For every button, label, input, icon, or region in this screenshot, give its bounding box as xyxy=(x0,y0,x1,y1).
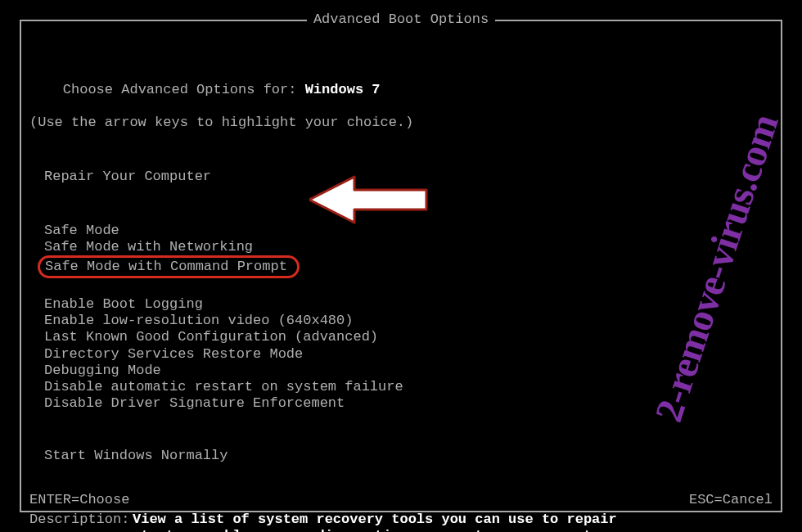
choose-line: Choose Advanced Options for: Windows 7 xyxy=(29,65,773,115)
advanced-options-group: Enable Boot Logging Enable low-resolutio… xyxy=(44,296,773,411)
option-last-known-good[interactable]: Last Known Good Configuration (advanced) xyxy=(44,329,773,345)
option-safe-mode-cmd[interactable]: Safe Mode with Command Prompt xyxy=(38,255,300,278)
footer-bar: ENTER=Choose ESC=Cancel xyxy=(29,492,773,507)
option-safe-mode[interactable]: Safe Mode xyxy=(44,223,773,239)
option-disable-auto-restart[interactable]: Disable automatic restart on system fail… xyxy=(44,379,773,395)
option-ds-restore[interactable]: Directory Services Restore Mode xyxy=(44,346,773,363)
hint-line: (Use the arrow keys to highlight your ch… xyxy=(29,115,773,131)
option-repair-computer[interactable]: Repair Your Computer xyxy=(44,169,773,185)
description-line-1: View a list of system recovery tools you… xyxy=(133,512,617,528)
description-line-2: startup problems, run diagnostics, or re… xyxy=(133,528,617,532)
os-name: Windows 7 xyxy=(305,82,381,97)
description-block: Description: View a list of system recov… xyxy=(29,512,773,532)
option-safe-mode-networking[interactable]: Safe Mode with Networking xyxy=(44,239,773,255)
footer-enter: ENTER=Choose xyxy=(29,492,129,507)
content-area: Choose Advanced Options for: Windows 7 (… xyxy=(29,65,773,532)
title-bar: Advanced Boot Options xyxy=(0,11,802,27)
description-label: Description: xyxy=(29,512,133,532)
description-text: View a list of system recovery tools you… xyxy=(133,512,617,532)
option-low-res-video[interactable]: Enable low-resolution video (640x480) xyxy=(44,313,773,329)
safe-mode-group: Safe Mode Safe Mode with Networking Safe… xyxy=(44,223,773,278)
option-debugging[interactable]: Debugging Mode xyxy=(44,363,773,379)
option-start-windows-normally[interactable]: Start Windows Normally xyxy=(44,448,773,464)
option-boot-logging[interactable]: Enable Boot Logging xyxy=(44,296,773,313)
choose-label: Choose Advanced Options for: xyxy=(63,82,305,97)
page-title: Advanced Boot Options xyxy=(307,11,495,27)
footer-esc: ESC=Cancel xyxy=(689,492,773,507)
option-disable-driver-sig[interactable]: Disable Driver Signature Enforcement xyxy=(44,395,773,412)
option-safe-mode-cmd-highlight: Safe Mode with Command Prompt xyxy=(44,255,773,278)
